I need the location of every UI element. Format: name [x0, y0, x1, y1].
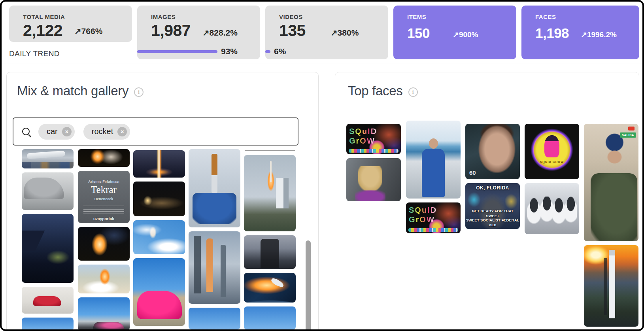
- face-image-squidgrow-banner-2[interactable]: SQuIDGrOW: [406, 202, 461, 233]
- stat-label: ITEMS: [407, 13, 426, 20]
- gallery-column: [244, 155, 296, 330]
- tag-label: car: [47, 127, 58, 136]
- gallery-image-night-launch-wide[interactable]: [78, 149, 130, 167]
- face-image-text: SQuID: [409, 206, 437, 215]
- gallery-image-pink-tesla[interactable]: [133, 258, 185, 326]
- faces-title: Top faces: [348, 83, 403, 98]
- remove-tag-icon[interactable]: ×: [117, 127, 127, 136]
- face-image-text: GrOW: [349, 136, 375, 146]
- gallery-image-starship-hop[interactable]: [78, 265, 130, 293]
- gallery-image-dragon-reentry[interactable]: [244, 273, 296, 303]
- stat-label: VIDEOS: [279, 13, 303, 20]
- gallery-image-tekrar-poster[interactable]: Artemis FırlatmasıTekrarDenenecekuzaypor…: [78, 171, 130, 223]
- search-tag-rocket[interactable]: rocket ×: [83, 124, 130, 140]
- progress-label: 6%: [274, 47, 286, 56]
- face-image-text: GrOW: [409, 215, 435, 224]
- face-image-squidgrow-banner-1[interactable]: SQuIDGrOW: [346, 124, 401, 154]
- gallery-scrollbar[interactable]: [306, 240, 311, 331]
- gallery-image-house-dusk[interactable]: [22, 214, 74, 283]
- gallery-column: [22, 149, 74, 331]
- section-divider: [2, 64, 642, 64]
- info-icon[interactable]: i: [134, 87, 144, 97]
- stat-label: TOTAL MEDIA: [23, 13, 65, 20]
- gallery-image-text: [83, 206, 124, 216]
- gallery-image-red-tesla[interactable]: [22, 287, 74, 314]
- daily-trend-label: DAILY TREND: [9, 49, 60, 58]
- progress-label: 93%: [221, 47, 238, 56]
- gallery-image-text: Artemis Fırlatması: [78, 180, 130, 183]
- gallery-image-blue-sky-1[interactable]: [22, 318, 74, 331]
- stat-card-images[interactable]: IMAGES 1,987 ↗828.2% 93%: [137, 6, 260, 59]
- face-image-text: GET READY FOR THAT SWEET SWEET SOCIALIST…: [465, 209, 520, 227]
- face-image-text: [349, 149, 398, 153]
- trend-up-indicator: ↗900%: [453, 30, 478, 39]
- face-image-text: OK, FLORIDA: [465, 185, 520, 191]
- gallery-image-launch-vab[interactable]: [244, 155, 296, 231]
- stat-value: 1,987: [151, 21, 191, 40]
- face-column: 60OK, FLORIDAGET READY FOR THAT SWEET SW…: [465, 124, 520, 229]
- trend-up-indicator: ↗380%: [330, 28, 359, 38]
- face-image-military-officers[interactable]: SALIDA: [584, 124, 638, 241]
- search-tag-car[interactable]: car ×: [38, 124, 75, 140]
- face-image-text: [408, 228, 458, 232]
- gallery-image-astronaut-crew-sls[interactable]: [189, 149, 240, 227]
- face-image-elon-musk[interactable]: 60: [465, 124, 520, 179]
- stat-card-faces[interactable]: FACES 1,198 ↗1996.2%: [521, 6, 639, 59]
- gallery-column: [133, 150, 185, 326]
- gallery-image-blue-sky-2[interactable]: [189, 308, 240, 329]
- search-icon: [22, 128, 30, 135]
- gallery-column: [189, 149, 240, 329]
- face-image-spacex-crew[interactable]: [525, 183, 579, 234]
- stat-card-items[interactable]: ITEMS 150 ↗900%: [393, 6, 516, 59]
- trend-up-indicator: ↗828.2%: [202, 28, 238, 38]
- gallery-image-text: Denenecek: [78, 197, 130, 201]
- face-image-ok-florida-meme[interactable]: OK, FLORIDAGET READY FOR THAT SWEET SWEE…: [465, 183, 520, 229]
- face-image-girl-carseat[interactable]: [346, 158, 401, 201]
- gallery-image-falcon-blue-sky[interactable]: [133, 220, 185, 254]
- stat-value: 2,122: [23, 21, 62, 40]
- trend-up-indicator: ↗766%: [74, 26, 102, 36]
- gallery-search-box[interactable]: car × rocket ×: [13, 117, 298, 146]
- gallery-image-starship-stand[interactable]: [244, 235, 296, 269]
- progress-bar: [137, 50, 217, 53]
- stat-value: 1,198: [535, 25, 569, 41]
- face-column: SQuIDGrOW: [406, 121, 461, 233]
- stat-label: FACES: [535, 13, 556, 20]
- gallery-image-blue-sky-3[interactable]: [244, 306, 296, 330]
- mix-match-gallery-panel: Mix & match gallery i car × rocket × Art…: [6, 72, 319, 331]
- tag-label: rocket: [92, 127, 113, 136]
- gallery-image-hangar-rocket[interactable]: [22, 149, 74, 168]
- face-image-squidgrow-coin[interactable]: SQUID GROW: [525, 124, 579, 179]
- stat-value: 135: [279, 21, 306, 40]
- images-progress: 93%: [137, 47, 238, 56]
- gallery-image-dusk-streak-launch[interactable]: [133, 150, 185, 178]
- gallery-image-gray-car[interactable]: [22, 172, 74, 210]
- stat-card-total-media[interactable]: TOTAL MEDIA 2,122 ↗766%: [9, 6, 132, 42]
- stat-card-videos[interactable]: VIDEOS 135 ↗380% 6%: [265, 6, 388, 59]
- stat-value: 150: [407, 25, 430, 41]
- face-image-text: [628, 127, 635, 131]
- trend-up-indicator: ↗1996.2%: [581, 30, 617, 39]
- face-column: SQUID GROW: [525, 124, 579, 234]
- progress-bar: [265, 50, 270, 53]
- remove-tag-icon[interactable]: ×: [62, 127, 72, 136]
- gallery-image-text: Tekrar: [78, 184, 130, 195]
- gallery-image-blue-car-lot[interactable]: [78, 297, 130, 331]
- face-image-text: SQUID GROW: [525, 160, 579, 164]
- gallery-column: Artemis FırlatmasıTekrarDenenecekuzaypor…: [78, 149, 130, 331]
- face-column: SQuIDGrOW: [346, 124, 401, 201]
- gallery-image-night-pad[interactable]: [133, 182, 185, 216]
- search-input[interactable]: [139, 123, 298, 140]
- face-image-text: SALIDA: [620, 132, 636, 138]
- videos-progress: 6%: [265, 47, 286, 56]
- face-image-astronaut-woman[interactable]: [406, 121, 461, 199]
- face-image-sunset-rocket[interactable]: [584, 245, 638, 327]
- dashboard-window: TOTAL MEDIA 2,122 ↗766% IMAGES 1,987 ↗82…: [0, 0, 644, 331]
- stat-label: IMAGES: [151, 13, 176, 20]
- gallery-image-sls-watertower[interactable]: [189, 231, 240, 304]
- info-icon[interactable]: i: [408, 87, 418, 97]
- gallery-image-night-rocket[interactable]: [78, 227, 130, 261]
- face-image-text: SQuID: [349, 127, 377, 136]
- gallery-title: Mix & match gallery: [17, 83, 128, 98]
- top-faces-panel: Top faces i SQuIDGrOWSQuIDGrOW60OK, FLOR…: [335, 72, 639, 331]
